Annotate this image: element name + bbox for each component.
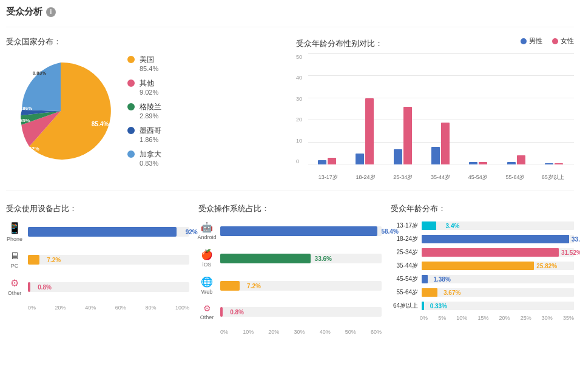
os-title: 受众操作系统占比： <box>198 203 382 214</box>
bar-male-25-34 <box>394 149 402 164</box>
os-row-web: 🌐 Web 7.2% <box>198 276 382 295</box>
legend-dot-canada <box>127 150 135 158</box>
male-label: 男性 <box>529 36 542 46</box>
legend-dot-other <box>127 79 135 87</box>
os-x-50: 50% <box>345 329 356 335</box>
other-pct: 0.8% <box>38 283 52 290</box>
age-bar-55-64: 3.67% <box>422 288 437 297</box>
age-track-18-24: 33.88% <box>422 235 574 243</box>
os-x-20: 20% <box>268 329 279 335</box>
bar-male-35-44 <box>431 147 440 164</box>
os-other-track: 0.8% <box>220 307 382 317</box>
os-other-pct: 0.8% <box>230 309 244 316</box>
android-bar: 58.4% <box>220 226 377 236</box>
age-dist-title: 受众年龄分布： <box>391 203 574 214</box>
info-icon: i <box>46 7 56 17</box>
age-label-45-54: 45-54岁 <box>391 275 418 283</box>
phone-icon: 📱 Phone <box>6 221 23 242</box>
country-legend: 美国 85.4% 其他 9.02% 格陵兰 2.89% <box>127 55 161 167</box>
age-dist-chart: 13-17岁 3.4% 18-24岁 33.88% 25-34岁 <box>391 221 574 310</box>
legend-item-greenland: 格陵兰 2.89% <box>127 102 161 120</box>
age-row-18-24: 18-24岁 33.88% <box>391 235 574 243</box>
country-section: 受众国家分布： 85.4% 9. <box>6 36 284 181</box>
device-x-40: 40% <box>85 305 96 311</box>
age-x-5: 5% <box>438 315 446 321</box>
x-label-35-44: 35-44岁 <box>422 174 459 181</box>
legend-label-mexico: 墨西哥 <box>140 126 161 136</box>
bar-female-45-54 <box>479 162 487 164</box>
os-x-30: 30% <box>294 329 305 335</box>
ios-track: 33.6% <box>220 254 382 263</box>
legend-label-other: 其他 <box>140 78 158 89</box>
x-label-18-24: 18-24岁 <box>347 174 385 181</box>
age-track-25-34: 31.52% <box>422 248 574 257</box>
age-label-25-34: 25-34岁 <box>391 248 418 257</box>
y-label-40: 40 <box>296 75 308 81</box>
device-row-phone: 📱 Phone 92% <box>6 221 189 242</box>
legend-dot-mexico <box>127 127 135 134</box>
age-pct-45-54: 1.38% <box>433 276 450 283</box>
os-x-10: 10% <box>243 329 254 335</box>
os-row-other: ⚙ Other 0.8% <box>198 303 382 320</box>
x-label-13-17: 13-17岁 <box>309 174 347 181</box>
age-x-25: 25% <box>521 315 531 321</box>
age-bar-13-17: 3.4% <box>422 221 436 230</box>
device-x-60: 60% <box>115 305 126 311</box>
device-title: 受众使用设备占比： <box>6 203 189 214</box>
phone-track: 92% <box>28 227 189 237</box>
x-label-65plus: 65岁以上 <box>534 174 572 181</box>
age-gender-title: 受众年龄分布性别对比： <box>296 38 383 49</box>
bottom-row: 受众使用设备占比： 📱 Phone 92% 🖥 PC <box>6 203 574 335</box>
age-x-0: 0% <box>420 315 428 321</box>
device-x-0: 0% <box>28 305 36 311</box>
os-section: 受众操作系统占比： 🤖 Android 58.4% 🍎 iOS <box>198 203 382 335</box>
y-label-20: 20 <box>296 117 308 123</box>
os-x-60: 60% <box>371 329 382 335</box>
os-other-bar: 0.8% <box>220 307 223 317</box>
device-x-100: 100% <box>175 305 189 311</box>
age-pct-25-34: 31.52% <box>561 249 580 256</box>
age-gender-section: 受众年龄分布性别对比： 男性 女性 0 10 20 30 40 50 <box>296 36 574 181</box>
age-label-64plus: 64岁以上 <box>391 302 418 310</box>
age-pct-64plus: 0.33% <box>430 303 447 309</box>
legend-male: 男性 <box>521 36 542 46</box>
os-chart: 🤖 Android 58.4% 🍎 iOS 33.6% <box>198 221 382 320</box>
legend-item-canada: 加拿大 0.83% <box>127 149 161 167</box>
legend-value-mexico: 1.86% <box>140 136 161 143</box>
age-track-13-17: 3.4% <box>422 221 574 230</box>
bar-female-25-34 <box>403 107 412 164</box>
bar-female-13-17 <box>328 158 336 164</box>
legend-item-other: 其他 9.02% <box>127 78 161 96</box>
age-pct-55-64: 3.67% <box>443 289 460 296</box>
age-row-35-44: 35-44岁 25.82% <box>391 262 574 270</box>
age-track-35-44: 25.82% <box>422 262 574 270</box>
pc-track: 7.2% <box>28 255 189 265</box>
age-label-55-64: 55-64岁 <box>391 288 418 297</box>
age-x-15: 15% <box>477 315 488 321</box>
age-label-35-44: 35-44岁 <box>391 262 418 270</box>
x-label-55-64: 55-64岁 <box>497 174 534 181</box>
legend-female: 女性 <box>552 36 574 46</box>
y-label-10: 10 <box>296 138 308 144</box>
age-track-55-64: 3.67% <box>422 288 574 297</box>
legend-circle-male <box>521 38 527 44</box>
pie-container: 85.4% 9.02% 2.89% 1.86% 0.83% 美国 85.4% <box>6 55 284 167</box>
device-x-80: 80% <box>145 305 156 311</box>
ios-bar: 33.6% <box>220 254 311 263</box>
legend-value-usa: 85.4% <box>140 65 158 72</box>
x-label-45-54: 45-54岁 <box>459 174 497 181</box>
legend-value-other: 9.02% <box>140 89 158 96</box>
age-pct-35-44: 25.82% <box>536 263 557 269</box>
age-track-64plus: 0.33% <box>422 302 574 310</box>
android-icon: 🤖 Android <box>198 221 215 240</box>
age-bar-35-44: 25.82% <box>422 262 534 270</box>
svg-text:2.89%: 2.89% <box>16 118 30 123</box>
age-label-18-24: 18-24岁 <box>391 235 418 243</box>
os-x-40: 40% <box>320 329 331 335</box>
legend-value-canada: 0.83% <box>140 160 161 167</box>
age-pct-13-17: 3.4% <box>446 223 460 229</box>
os-x-0: 0% <box>220 329 228 335</box>
age-x-10: 10% <box>456 315 467 321</box>
svg-text:0.83%: 0.83% <box>33 70 47 76</box>
other-bar: 0.8% <box>28 282 30 292</box>
